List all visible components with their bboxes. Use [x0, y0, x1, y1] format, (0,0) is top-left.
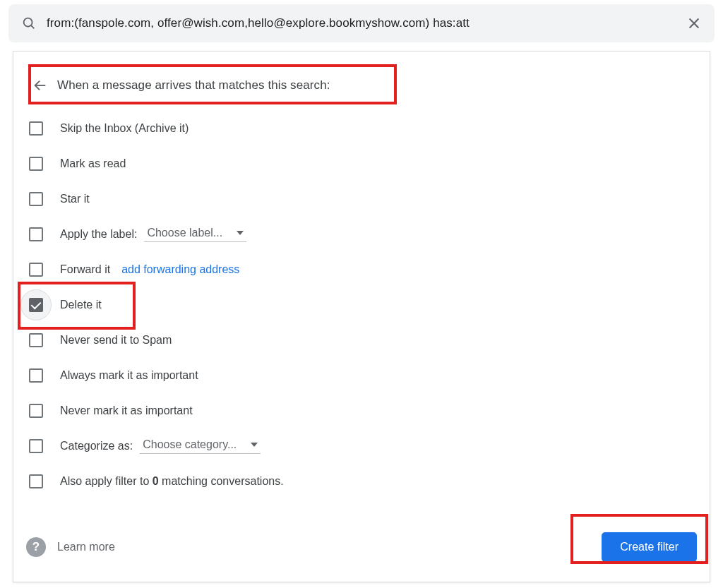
label-apply-label: Apply the label:: [60, 228, 137, 241]
caret-down-icon: [237, 231, 244, 235]
svg-point-0: [24, 18, 32, 27]
label-also-apply: Also apply filter to 0 matching conversa…: [60, 475, 284, 488]
checkbox-mark-read[interactable]: [29, 157, 43, 171]
option-delete: Delete it: [26, 287, 697, 323]
select-choose-label-text: Choose label...: [147, 227, 222, 239]
option-forward: Forward it add forwarding address: [26, 252, 697, 287]
option-mark-read: Mark as read: [26, 146, 697, 181]
checkbox-categorize[interactable]: [29, 439, 43, 453]
select-choose-category[interactable]: Choose category...: [140, 438, 261, 454]
clear-search-icon[interactable]: [683, 13, 705, 34]
option-never-spam: Never send it to Spam: [26, 323, 697, 358]
select-choose-label[interactable]: Choose label...: [144, 227, 246, 242]
back-arrow-icon[interactable]: [26, 71, 54, 100]
label-delete: Delete it: [60, 299, 102, 311]
search-bar: from:(fanspole.com, offer@wish.com,hello…: [8, 4, 715, 42]
learn-more-link[interactable]: Learn more: [57, 541, 115, 553]
label-categorize: Categorize as:: [60, 440, 133, 452]
checkbox-apply-label[interactable]: [29, 227, 43, 241]
checkbox-skip-inbox[interactable]: [29, 121, 43, 136]
panel-title: When a message arrives that matches this…: [57, 78, 330, 92]
also-apply-count: 0: [153, 475, 159, 487]
label-always-important: Always mark it as important: [60, 369, 198, 382]
checkbox-delete[interactable]: [29, 298, 43, 312]
option-always-important: Always mark it as important: [26, 358, 697, 393]
panel-footer: ? Learn more Create filter: [26, 532, 697, 562]
also-apply-prefix: Also apply filter to: [60, 475, 153, 487]
svg-line-1: [31, 25, 34, 28]
label-star: Star it: [60, 193, 90, 205]
create-filter-button[interactable]: Create filter: [602, 532, 697, 562]
search-input[interactable]: from:(fanspole.com, offer@wish.com,hello…: [47, 16, 676, 30]
option-star: Star it: [26, 181, 697, 217]
option-also-apply: Also apply filter to 0 matching conversa…: [26, 464, 697, 499]
option-categorize: Categorize as: Choose category...: [26, 428, 697, 464]
link-add-forwarding[interactable]: add forwarding address: [121, 263, 239, 276]
checkbox-also-apply[interactable]: [29, 474, 43, 488]
search-icon[interactable]: [18, 13, 40, 34]
caret-down-icon: [251, 443, 258, 447]
panel-header: When a message arrives that matches this…: [13, 52, 710, 111]
checkbox-star[interactable]: [29, 192, 43, 206]
filter-actions-panel: When a message arrives that matches this…: [13, 51, 710, 582]
checkbox-delete-halo: [20, 289, 52, 320]
filter-options: Skip the Inbox (Archive it) Mark as read…: [13, 111, 710, 499]
label-never-important: Never mark it as important: [60, 404, 193, 417]
label-mark-read: Mark as read: [60, 157, 126, 170]
option-never-important: Never mark it as important: [26, 393, 697, 428]
checkbox-never-important[interactable]: [29, 404, 43, 418]
label-never-spam: Never send it to Spam: [60, 334, 172, 347]
option-skip-inbox: Skip the Inbox (Archive it): [26, 111, 697, 146]
label-skip-inbox: Skip the Inbox (Archive it): [60, 122, 189, 135]
also-apply-suffix: matching conversations.: [159, 475, 284, 487]
checkbox-never-spam[interactable]: [29, 333, 43, 347]
checkbox-forward[interactable]: [29, 263, 43, 277]
option-apply-label: Apply the label: Choose label...: [26, 217, 697, 252]
label-forward: Forward it: [60, 263, 110, 276]
help-icon[interactable]: ?: [26, 537, 46, 557]
select-choose-category-text: Choose category...: [143, 438, 237, 451]
checkbox-always-important[interactable]: [29, 368, 43, 383]
